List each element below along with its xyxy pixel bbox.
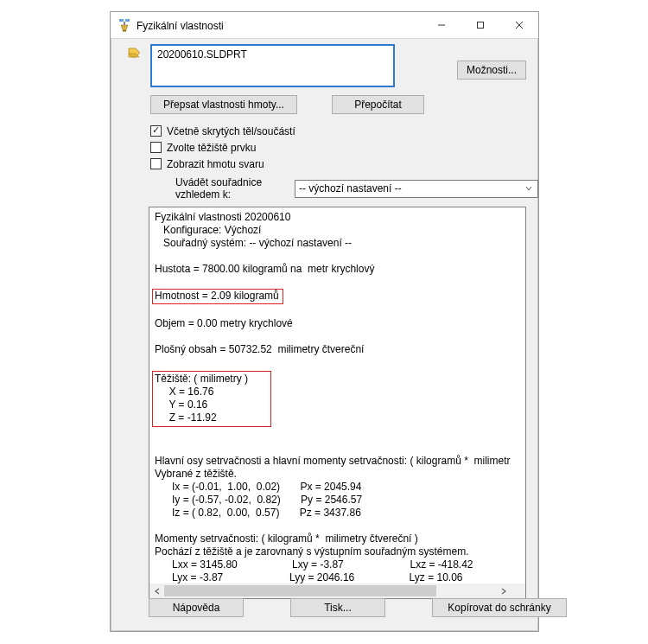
dialog-window: Fyzikální vlastnosti 20200610.SLDPRT Mož… — [110, 11, 539, 632]
checkbox-icon — [150, 158, 162, 169]
center-of-mass-feature-checkbox[interactable]: Zvolte těžiště prvku — [150, 139, 538, 156]
cog-highlight: Těžiště: ( milimetry ) X = 16.76 Y = 0.1… — [152, 371, 271, 427]
minimize-button[interactable] — [422, 12, 461, 38]
checkbox-icon — [150, 142, 162, 153]
part-icon — [126, 46, 142, 61]
chevron-down-icon — [521, 182, 536, 195]
svg-rect-3 — [123, 30, 126, 32]
svg-rect-0 — [119, 19, 124, 22]
recalculate-button[interactable]: Přepočítat — [332, 95, 424, 114]
options-button[interactable]: Možnosti... — [457, 61, 526, 80]
close-button[interactable] — [499, 12, 538, 38]
svg-rect-4 — [477, 22, 483, 29]
coordinate-label: Uvádět souřadnice vzhledem k: — [175, 176, 289, 201]
scroll-left-icon[interactable] — [149, 583, 164, 598]
checkbox-icon — [150, 125, 162, 137]
show-weld-mass-checkbox[interactable]: Zobrazit hmotu svaru — [150, 156, 538, 172]
app-icon — [118, 18, 131, 32]
results-panel: Fyzikální vlastnosti 20200610 Konfigurac… — [149, 207, 526, 599]
svg-rect-2 — [124, 22, 125, 25]
print-button[interactable]: Tisk... — [290, 598, 385, 617]
coordinate-system-row: Uvádět souřadnice vzhledem k: -- výchozí… — [111, 172, 538, 200]
window-title: Fyzikální vlastnosti — [137, 19, 422, 32]
selected-item-field[interactable]: 20200610.SLDPRT — [150, 44, 395, 87]
scroll-right-icon[interactable] — [496, 583, 511, 598]
scrollbar-track[interactable] — [164, 583, 496, 598]
selected-item-name: 20200610.SLDPRT — [157, 48, 247, 61]
scroll-corner — [511, 583, 525, 598]
dialog-button-row: Nápověda Tisk... Kopírovat do schránky — [111, 598, 538, 619]
coordinate-system-value: -- výchozí nastavení -- — [299, 182, 402, 194]
copy-to-clipboard-button[interactable]: Kopírovat do schránky — [432, 598, 567, 617]
header-area: 20200610.SLDPRT Možnosti... — [111, 39, 538, 93]
maximize-button[interactable] — [461, 12, 499, 38]
horizontal-scrollbar[interactable] — [149, 583, 511, 598]
action-buttons-row: Přepsat vlastnosti hmoty... Přepočítat — [111, 93, 538, 119]
help-button[interactable]: Nápověda — [149, 598, 244, 617]
results-text[interactable]: Fyzikální vlastnosti 20200610 Konfigurac… — [149, 207, 525, 583]
override-properties-button[interactable]: Přepsat vlastnosti hmoty... — [150, 95, 297, 114]
scrollbar-thumb[interactable] — [164, 585, 436, 596]
coordinate-system-select[interactable]: -- výchozí nastavení -- — [295, 180, 538, 198]
titlebar: Fyzikální vlastnosti — [111, 12, 538, 39]
svg-rect-1 — [125, 19, 130, 22]
include-hidden-checkbox[interactable]: Včetně skrytých těl/součástí — [150, 123, 538, 139]
mass-highlight: Hmotnost = 2.09 kilogramů — [152, 289, 283, 304]
options-checkboxes: Včetně skrytých těl/součástí Zvolte těži… — [111, 119, 538, 172]
